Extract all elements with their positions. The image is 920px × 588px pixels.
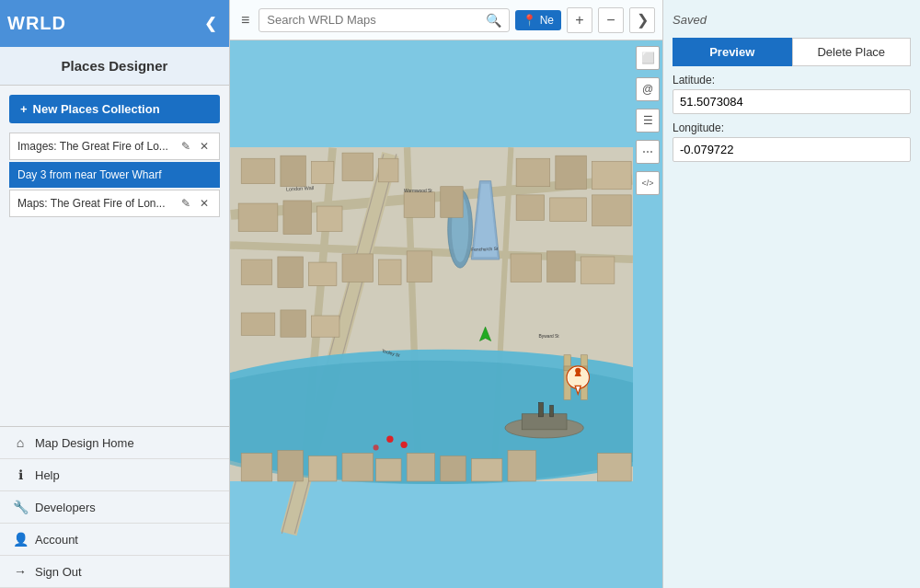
latitude-group: Latitude:	[673, 74, 911, 114]
svg-rect-24	[404, 192, 435, 217]
nav-item-sign-out[interactable]: → Sign Out	[0, 556, 229, 588]
nav-item-account[interactable]: 👤 Account	[0, 524, 229, 556]
map-svg: London Wall Fenchurch St Tooley St Bywar…	[230, 40, 633, 588]
svg-rect-48	[522, 414, 567, 430]
bottom-nav: ⌂ Map Design Home ℹ Help 🔧 Developers 👤 …	[0, 426, 229, 588]
collapse-button[interactable]: ❮	[199, 13, 222, 34]
collection-item-maps[interactable]: Maps: The Great Fire of Lon... ✎ ✕	[9, 190, 220, 217]
search-input[interactable]	[267, 13, 485, 27]
svg-rect-29	[516, 195, 545, 220]
svg-text:Wormwood St: Wormwood St	[404, 189, 432, 193]
svg-rect-26	[516, 158, 550, 187]
code-button[interactable]: </>	[636, 171, 660, 195]
svg-rect-35	[342, 254, 374, 282]
location-label: Ne	[540, 14, 554, 27]
svg-point-57	[386, 436, 393, 443]
svg-text:Byward St: Byward St	[539, 334, 560, 339]
zoom-out-button[interactable]: −	[598, 7, 624, 33]
svg-rect-25	[441, 187, 463, 218]
search-input-wrap: 🔍	[259, 8, 509, 32]
svg-rect-43	[311, 316, 339, 337]
map-right-toolbar: ⬜ @ ☰ ⋯ </>	[633, 0, 662, 588]
svg-rect-32	[241, 259, 272, 284]
svg-rect-31	[592, 195, 631, 226]
account-icon: 👤	[13, 532, 28, 547]
svg-rect-17	[238, 203, 278, 232]
delete-icon[interactable]: ✕	[197, 196, 212, 211]
delete-place-button[interactable]: Delete Place	[792, 38, 912, 66]
right-panel: Saved Preview Delete Place Latitude: Lon…	[662, 0, 920, 588]
nav-label: Help	[35, 468, 60, 482]
svg-rect-28	[592, 161, 631, 190]
svg-rect-68	[508, 450, 536, 481]
edit-icon[interactable]: ✎	[178, 139, 193, 154]
home-icon: ⌂	[13, 435, 28, 450]
nav-label: Account	[35, 533, 78, 547]
edit-icon[interactable]: ✎	[178, 196, 193, 211]
svg-rect-27	[556, 156, 587, 190]
svg-rect-67	[471, 459, 502, 481]
svg-rect-37	[407, 251, 431, 282]
svg-rect-16	[379, 158, 398, 182]
svg-rect-62	[308, 456, 337, 481]
list-button[interactable]: ☰	[636, 109, 660, 133]
svg-rect-49	[539, 403, 544, 417]
nav-item-help[interactable]: ℹ Help	[0, 459, 229, 491]
collection-item-label: Day 3 from near Tower Wharf	[17, 168, 212, 181]
places-designer-title: Places Designer	[0, 47, 229, 86]
location-badge[interactable]: 📍 Ne	[515, 10, 561, 30]
map-area: ≡ 🔍 📍 Ne + − ❯	[230, 0, 662, 588]
sidebar: WRLD ❮ Places Designer + New Places Coll…	[0, 0, 230, 588]
svg-rect-40	[581, 257, 615, 283]
collection-item-images[interactable]: Images: The Great Fire of Lo... ✎ ✕	[9, 133, 220, 160]
nav-item-map-design-home[interactable]: ⌂ Map Design Home	[0, 427, 229, 459]
svg-rect-13	[281, 156, 305, 187]
collection-item-label: Maps: The Great Fire of Lon...	[17, 197, 175, 210]
map-toolbar: ≡ 🔍 📍 Ne + − ❯	[230, 0, 662, 40]
more-button[interactable]: ⋯	[636, 140, 660, 164]
longitude-group: Longitude:	[673, 121, 911, 162]
wrld-logo: WRLD	[7, 13, 66, 34]
new-collection-button[interactable]: + New Places Collection	[9, 95, 220, 123]
email-button[interactable]: @	[636, 77, 660, 101]
svg-rect-61	[278, 450, 303, 481]
delete-icon[interactable]: ✕	[197, 139, 212, 154]
svg-rect-33	[278, 257, 303, 288]
latitude-input[interactable]	[673, 89, 911, 114]
signout-icon: →	[13, 564, 28, 579]
nav-item-developers[interactable]: 🔧 Developers	[0, 491, 229, 524]
layers-button[interactable]: ⬜	[636, 46, 660, 70]
zoom-in-button[interactable]: +	[567, 7, 592, 33]
nav-label: Sign Out	[35, 565, 82, 579]
collection-item-day3[interactable]: Day 3 from near Tower Wharf	[9, 162, 220, 188]
svg-rect-30	[550, 198, 587, 222]
svg-rect-50	[550, 406, 554, 417]
action-buttons: Preview Delete Place	[673, 38, 911, 66]
svg-text:Fenchurch St: Fenchurch St	[471, 247, 499, 252]
collection-item-label: Images: The Great Fire of Lo...	[17, 140, 175, 153]
svg-rect-15	[342, 153, 374, 181]
longitude-label: Longitude:	[673, 121, 911, 134]
new-collection-label: New Places Collection	[33, 102, 160, 116]
nav-label: Developers	[35, 501, 96, 514]
preview-button[interactable]: Preview	[673, 38, 792, 66]
svg-rect-39	[547, 251, 576, 282]
saved-badge: Saved	[673, 9, 911, 30]
location-icon: 📍	[523, 14, 536, 27]
search-icon[interactable]: 🔍	[486, 13, 501, 28]
latitude-label: Latitude:	[673, 74, 911, 86]
svg-rect-12	[241, 158, 275, 183]
map-3d[interactable]: London Wall Fenchurch St Tooley St Bywar…	[230, 40, 633, 588]
hamburger-button[interactable]: ≡	[237, 8, 253, 32]
svg-point-58	[400, 442, 407, 448]
svg-rect-36	[379, 259, 401, 284]
longitude-input[interactable]	[673, 137, 911, 162]
developers-icon: 🔧	[13, 500, 28, 514]
svg-rect-19	[317, 206, 342, 231]
svg-rect-66	[441, 456, 466, 481]
collection-item-actions: ✎ ✕	[178, 139, 212, 154]
svg-rect-41	[241, 313, 275, 335]
svg-point-55	[575, 368, 581, 374]
svg-point-59	[374, 444, 379, 450]
collections-list: Images: The Great Fire of Lo... ✎ ✕ Day …	[9, 133, 220, 426]
